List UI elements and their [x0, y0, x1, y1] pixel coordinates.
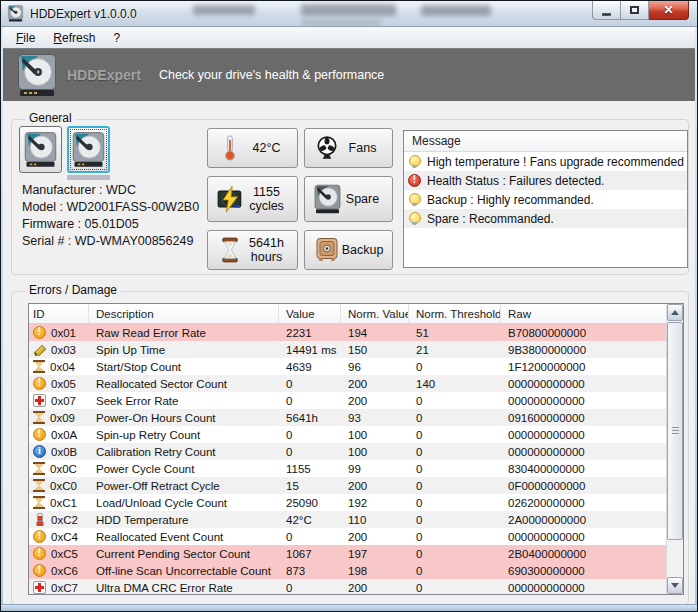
- column-value[interactable]: Value: [279, 304, 341, 323]
- close-icon: ✕: [663, 3, 673, 17]
- error-icon: [408, 174, 421, 187]
- message-panel: Message High temperature ! Fans upgrade …: [403, 130, 688, 268]
- drive-serial: Serial # : WD-WMAY00856249: [22, 233, 199, 250]
- table-row[interactable]: 0xC7 Ultra DMA CRC Error Rate 0 200 0 00…: [29, 579, 683, 595]
- power-cycles-button[interactable]: 1155cycles: [207, 176, 298, 222]
- backup-safe-icon: [313, 234, 341, 266]
- backup-button[interactable]: Backup: [304, 230, 393, 270]
- glass-smudge: [301, 20, 381, 25]
- table-header: ID Description Value Norm. Value Norm. T…: [29, 304, 683, 324]
- info-icon: [33, 445, 46, 458]
- table-row[interactable]: 0xC1 Load/Unload Cycle Count 25090 192 0…: [29, 494, 683, 511]
- hdd-logo-icon: [17, 53, 57, 97]
- firstaid-icon: [33, 581, 46, 594]
- message-item[interactable]: Health Status : Failures detected.: [404, 171, 687, 190]
- table-row[interactable]: 0x07 Seek Error Rate 0 200 0 00000000000…: [29, 392, 683, 409]
- warning-icon: [33, 428, 46, 441]
- column-norm-value[interactable]: Norm. Value: [341, 304, 409, 323]
- selected-drive-shadow: [67, 175, 110, 180]
- bulb-icon: [408, 193, 421, 206]
- message-list: High temperature ! Fans upgrade recommen…: [404, 152, 687, 228]
- table-row[interactable]: 0xC4 Reallocated Event Count 0 200 0 000…: [29, 528, 683, 545]
- table-row[interactable]: 0xC5 Current Pending Sector Count 1067 1…: [29, 545, 683, 562]
- maximize-button[interactable]: [621, 1, 649, 20]
- table-row[interactable]: 0x0C Power Cycle Count 1155 99 0 8304000…: [29, 460, 683, 477]
- message-header: Message: [404, 131, 687, 152]
- spare-button[interactable]: Spare: [304, 176, 393, 222]
- pencil-icon: [33, 343, 46, 356]
- column-id[interactable]: ID: [29, 304, 89, 323]
- hdd-drive-icon: [72, 131, 105, 168]
- banner-tagline: Check your drive's health & performance: [159, 68, 384, 82]
- menu-refresh[interactable]: Refresh: [44, 29, 104, 47]
- column-norm-threshold[interactable]: Norm. Threshold: [409, 304, 501, 323]
- arrow-down-icon: [671, 583, 679, 588]
- errors-damage-group: Errors / Damage ID Description Value Nor…: [11, 291, 689, 605]
- warning-icon: [33, 326, 46, 339]
- glass-smudge: [301, 4, 396, 16]
- drive-info: Manufacturer : WDC Model : WD2001FASS-00…: [22, 182, 199, 250]
- errors-group-label: Errors / Damage: [25, 283, 121, 297]
- glass-smudge: [421, 5, 491, 16]
- table-row[interactable]: 0xC6 Off-line Scan Uncorrectable Count 8…: [29, 562, 683, 579]
- table-row[interactable]: 0x03 Spin Up Time 14491 ms 150 21 9B3800…: [29, 341, 683, 358]
- maximize-icon: [630, 6, 639, 14]
- message-item[interactable]: High temperature ! Fans upgrade recommen…: [404, 152, 687, 171]
- table-row[interactable]: 0x01 Raw Read Error Rate 2231 194 51 B70…: [29, 324, 683, 341]
- app-banner: HDDExpert Check your drive's health & pe…: [3, 49, 695, 101]
- app-icon: [7, 5, 24, 22]
- drive-firmware: Firmware : 05.01D05: [22, 216, 199, 233]
- table-row[interactable]: 0x0A Spin-up Retry Count 0 100 0 0000000…: [29, 426, 683, 443]
- fan-icon: [313, 132, 341, 164]
- thermometer-icon: [33, 513, 46, 526]
- minimize-button[interactable]: [592, 1, 621, 20]
- warning-icon: [33, 377, 46, 390]
- general-group-label: General: [25, 111, 76, 125]
- fans-button[interactable]: Fans: [304, 128, 393, 168]
- thermometer-icon: [216, 132, 244, 164]
- temperature-button[interactable]: 42°C: [207, 128, 298, 168]
- column-description[interactable]: Description: [89, 304, 279, 323]
- vertical-scrollbar[interactable]: [666, 304, 683, 594]
- window-frame-left: [1, 27, 3, 611]
- power-on-hours-button[interactable]: 5641hhours: [207, 230, 298, 270]
- bulb-icon: [408, 212, 421, 225]
- hourglass-icon: [33, 411, 45, 424]
- table-row[interactable]: 0xC0 Power-Off Retract Cycle 15 200 0 0F…: [29, 477, 683, 494]
- title-bar[interactable]: HDDExpert v1.0.0.0 ✕: [1, 1, 697, 27]
- hourglass-stat-icon: [216, 234, 244, 266]
- general-group: General: [11, 119, 689, 275]
- firstaid-icon: [33, 394, 46, 407]
- table-row[interactable]: 0x04 Start/Stop Count 4639 96 0 1F120000…: [29, 358, 683, 375]
- scrollbar-thumb[interactable]: [667, 322, 683, 540]
- close-button[interactable]: ✕: [649, 1, 689, 20]
- minimize-icon: [602, 13, 611, 16]
- arrow-up-icon: [671, 310, 679, 315]
- window-frame-bottom: [1, 604, 697, 611]
- table-row[interactable]: 0x0B Calibration Retry Count 0 100 0 000…: [29, 443, 683, 460]
- spare-drive-icon: [313, 183, 341, 215]
- menu-help[interactable]: ?: [104, 29, 129, 47]
- window-title: HDDExpert v1.0.0.0: [30, 7, 137, 21]
- table-row[interactable]: 0x05 Reallocated Sector Count 0 200 140 …: [29, 375, 683, 392]
- table-row[interactable]: 0x09 Power-On Hours Count 5641h 93 0 091…: [29, 409, 683, 426]
- scroll-down-button[interactable]: [667, 577, 683, 594]
- table-row[interactable]: 0xC2 HDD Temperature 42°C 110 0 2A000000…: [29, 511, 683, 528]
- drive-select-button-2-selected[interactable]: [67, 126, 110, 173]
- hdd-drive-icon: [24, 131, 57, 168]
- drive-manufacturer: Manufacturer : WDC: [22, 182, 199, 199]
- hddexpert-window: HDDExpert v1.0.0.0 ✕ File Refresh ? HDDE…: [0, 0, 698, 612]
- hourglass-icon: [33, 462, 45, 475]
- message-item[interactable]: Backup : Highly recommanded.: [404, 190, 687, 209]
- menu-file[interactable]: File: [7, 29, 44, 47]
- message-item[interactable]: Spare : Recommanded.: [404, 209, 687, 228]
- menu-bar: File Refresh ?: [3, 27, 695, 49]
- hourglass-icon: [33, 496, 45, 509]
- drive-select-button-1[interactable]: [19, 126, 62, 173]
- scroll-up-button[interactable]: [667, 304, 683, 321]
- warning-icon: [33, 547, 46, 560]
- table-body: 0x01 Raw Read Error Rate 2231 194 51 B70…: [29, 324, 683, 595]
- hourglass-icon: [33, 479, 45, 492]
- column-raw[interactable]: Raw: [501, 304, 667, 323]
- warning-icon: [33, 530, 46, 543]
